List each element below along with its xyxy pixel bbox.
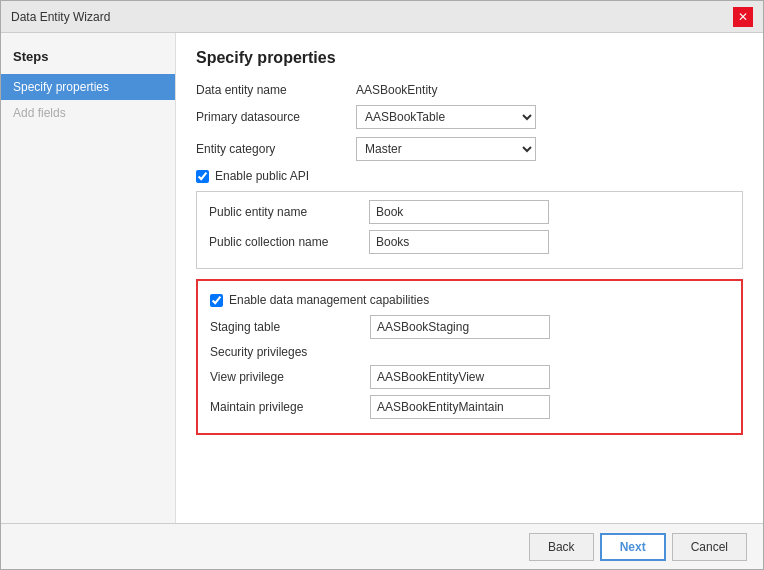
data-management-section: Enable data management capabilities Stag… xyxy=(196,279,743,435)
enable-public-api-checkbox[interactable] xyxy=(196,170,209,183)
page-title: Specify properties xyxy=(196,49,743,67)
primary-datasource-label: Primary datasource xyxy=(196,110,356,124)
title-bar: Data Entity Wizard ✕ xyxy=(1,1,763,33)
entity-category-row: Entity category Master xyxy=(196,137,743,161)
cancel-button[interactable]: Cancel xyxy=(672,533,747,561)
view-privilege-input[interactable] xyxy=(370,365,550,389)
data-entity-name-value: AASBookEntity xyxy=(356,83,437,97)
footer: Back Next Cancel xyxy=(1,523,763,569)
enable-public-api-label[interactable]: Enable public API xyxy=(215,169,309,183)
security-privileges-heading: Security privileges xyxy=(210,345,729,359)
back-button[interactable]: Back xyxy=(529,533,594,561)
staging-table-row: Staging table xyxy=(210,315,729,339)
enable-public-api-row: Enable public API xyxy=(196,169,743,183)
view-privilege-row: View privilege xyxy=(210,365,729,389)
data-entity-name-label: Data entity name xyxy=(196,83,356,97)
public-entity-name-row: Public entity name xyxy=(209,200,730,224)
close-button[interactable]: ✕ xyxy=(733,7,753,27)
sidebar-heading: Steps xyxy=(1,43,175,74)
public-collection-name-input[interactable] xyxy=(369,230,549,254)
staging-table-input[interactable] xyxy=(370,315,550,339)
staging-table-label: Staging table xyxy=(210,320,370,334)
public-api-section: Public entity name Public collection nam… xyxy=(196,191,743,269)
maintain-privilege-label: Maintain privilege xyxy=(210,400,370,414)
enable-data-mgmt-checkbox[interactable] xyxy=(210,294,223,307)
public-collection-name-label: Public collection name xyxy=(209,235,369,249)
enable-data-mgmt-label[interactable]: Enable data management capabilities xyxy=(229,293,429,307)
primary-datasource-select[interactable]: AASBookTable xyxy=(356,105,536,129)
entity-category-label: Entity category xyxy=(196,142,356,156)
public-entity-name-label: Public entity name xyxy=(209,205,369,219)
primary-datasource-row: Primary datasource AASBookTable xyxy=(196,105,743,129)
public-entity-name-input[interactable] xyxy=(369,200,549,224)
public-collection-name-row: Public collection name xyxy=(209,230,730,254)
enable-data-mgmt-row: Enable data management capabilities xyxy=(210,293,729,307)
data-entity-name-row: Data entity name AASBookEntity xyxy=(196,83,743,97)
maintain-privilege-input[interactable] xyxy=(370,395,550,419)
wizard-body: Steps Specify properties Add fields Spec… xyxy=(1,33,763,523)
wizard-window: Data Entity Wizard ✕ Steps Specify prope… xyxy=(0,0,764,570)
main-content: Specify properties Data entity name AASB… xyxy=(176,33,763,523)
sidebar: Steps Specify properties Add fields xyxy=(1,33,176,523)
maintain-privilege-row: Maintain privilege xyxy=(210,395,729,419)
sidebar-item-add-fields: Add fields xyxy=(1,100,175,126)
sidebar-item-specify-properties[interactable]: Specify properties xyxy=(1,74,175,100)
entity-category-select[interactable]: Master xyxy=(356,137,536,161)
window-title: Data Entity Wizard xyxy=(11,10,110,24)
next-button[interactable]: Next xyxy=(600,533,666,561)
view-privilege-label: View privilege xyxy=(210,370,370,384)
